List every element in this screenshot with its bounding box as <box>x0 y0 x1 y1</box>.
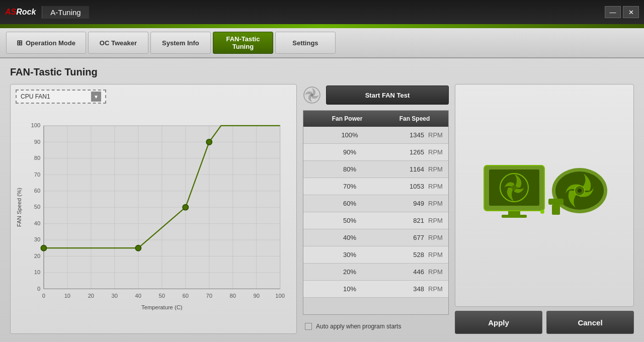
table-body: 100% 1345 RPM 90% 1265 RPM 80% 1164 RPM … <box>303 127 448 298</box>
tab-fan-tastic-tuning[interactable]: FAN-TasticTuning <box>213 32 273 54</box>
col-header-power: Fan Power <box>303 115 381 122</box>
cell-rpm: 949 <box>396 200 426 207</box>
fan-selector: CPU FAN1 ▼ <box>16 90 291 104</box>
cell-power: 20% <box>303 268 396 276</box>
cell-rpm: 446 <box>396 268 426 276</box>
close-button[interactable]: ✕ <box>623 6 639 18</box>
cell-rpm: 1053 <box>396 183 426 190</box>
start-fan-test-button[interactable]: Start FAN Test <box>326 86 449 105</box>
cell-power: 90% <box>303 148 396 156</box>
cell-power: 40% <box>303 234 396 241</box>
cell-unit: RPM <box>426 183 448 190</box>
svg-text:10: 10 <box>34 269 40 275</box>
table-row: 40% 677 RPM <box>303 229 448 246</box>
content-area: CPU FAN1 ▼ <box>10 84 634 334</box>
table-row: 70% 1053 RPM <box>303 178 448 195</box>
svg-point-64 <box>578 189 582 193</box>
table-header: Fan Power Fan Speed <box>303 111 448 127</box>
cell-rpm: 528 <box>396 251 426 259</box>
svg-text:70: 70 <box>206 293 212 299</box>
svg-text:0: 0 <box>42 293 45 299</box>
svg-text:20: 20 <box>34 253 40 259</box>
svg-rect-65 <box>548 199 564 205</box>
svg-text:90: 90 <box>253 293 259 299</box>
svg-point-47 <box>41 245 46 251</box>
cell-power: 50% <box>303 217 396 224</box>
cell-rpm: 1345 <box>396 131 426 139</box>
svg-text:FAN Speed (%): FAN Speed (%) <box>16 188 22 227</box>
fan-dropdown[interactable]: CPU FAN1 ▼ <box>16 90 106 104</box>
action-buttons: Apply Cancel <box>455 311 634 334</box>
col-header-speed: Fan Speed <box>381 115 448 122</box>
auto-apply-label: Auto apply when program starts <box>316 323 401 330</box>
svg-text:60: 60 <box>34 188 40 194</box>
svg-rect-66 <box>552 205 560 215</box>
tab-oc-tweaker[interactable]: OC Tweaker <box>88 32 148 54</box>
cancel-button[interactable]: Cancel <box>546 311 634 334</box>
title-left: ASRock A-Tuning <box>5 6 89 19</box>
illustration-svg <box>474 155 615 236</box>
cell-rpm: 821 <box>396 217 426 224</box>
table-row: 90% 1265 RPM <box>303 144 448 161</box>
svg-text:90: 90 <box>34 139 40 145</box>
cell-unit: RPM <box>426 268 448 276</box>
app-title: A-Tuning <box>42 6 89 19</box>
auto-apply-checkbox[interactable] <box>305 323 312 330</box>
chart-panel: CPU FAN1 ▼ <box>10 84 297 334</box>
table-row: 60% 949 RPM <box>303 195 448 212</box>
svg-text:70: 70 <box>34 172 40 178</box>
cell-unit: RPM <box>426 234 448 241</box>
fan-speed-table: Fan Power Fan Speed 100% 1345 RPM 90% 12… <box>303 110 449 315</box>
cell-power: 100% <box>303 131 396 139</box>
table-row: 30% 528 RPM <box>303 246 448 264</box>
cell-power: 70% <box>303 183 396 190</box>
fan-spin-icon <box>303 86 321 104</box>
title-bar: ASRock A-Tuning — ✕ <box>0 0 644 24</box>
cell-unit: RPM <box>426 165 448 173</box>
table-row: 10% 348 RPM <box>303 281 448 298</box>
asrock-logo: ASRock <box>5 8 36 17</box>
svg-point-52 <box>310 94 313 97</box>
svg-text:30: 30 <box>112 293 118 299</box>
cell-rpm: 1164 <box>396 165 426 173</box>
illustration-panel <box>455 84 634 307</box>
table-row: 80% 1164 RPM <box>303 161 448 178</box>
nav-bar: ⊞ Operation Mode OC Tweaker System Info … <box>0 28 644 58</box>
minimize-button[interactable]: — <box>605 6 621 18</box>
fan-test-bar: Start FAN Test <box>303 84 449 106</box>
cell-unit: RPM <box>426 131 448 139</box>
cell-rpm: 348 <box>396 285 426 293</box>
svg-text:20: 20 <box>88 293 94 299</box>
cell-power: 80% <box>303 165 396 173</box>
page-title: FAN-Tastic Tuning <box>10 66 634 78</box>
svg-point-48 <box>135 245 141 251</box>
cell-unit: RPM <box>426 217 448 224</box>
cell-power: 30% <box>303 251 396 259</box>
svg-text:80: 80 <box>229 293 235 299</box>
svg-text:100: 100 <box>31 122 41 128</box>
grid-icon: ⊞ <box>17 39 23 47</box>
cell-unit: RPM <box>426 251 448 259</box>
chart-container: 0 10 20 30 40 50 60 70 80 90 100 0 10 20… <box>16 109 291 328</box>
fan-chart-svg: 0 10 20 30 40 50 60 70 80 90 100 0 10 20… <box>16 109 291 328</box>
table-row: 20% 446 RPM <box>303 264 448 281</box>
tab-operation-mode[interactable]: ⊞ Operation Mode <box>6 32 86 54</box>
svg-text:50: 50 <box>34 204 40 210</box>
svg-text:30: 30 <box>34 236 40 242</box>
middle-panel: Start FAN Test Fan Power Fan Speed 100% … <box>303 84 449 334</box>
apply-button[interactable]: Apply <box>455 311 542 334</box>
title-buttons: — ✕ <box>605 6 639 18</box>
svg-rect-58 <box>502 215 527 218</box>
main-content: FAN-Tastic Tuning CPU FAN1 ▼ <box>0 58 644 342</box>
cell-rpm: 677 <box>396 234 426 241</box>
table-row: 50% 821 RPM <box>303 212 448 229</box>
svg-text:60: 60 <box>183 293 189 299</box>
svg-text:0: 0 <box>37 286 40 292</box>
auto-apply-row: Auto apply when program starts <box>303 319 449 334</box>
svg-text:10: 10 <box>64 293 70 299</box>
cell-rpm: 1265 <box>396 148 426 156</box>
tab-settings[interactable]: Settings <box>275 32 336 54</box>
tab-system-info[interactable]: System Info <box>150 32 211 54</box>
svg-text:100: 100 <box>275 293 285 299</box>
svg-text:Temperature (C): Temperature (C) <box>141 304 183 310</box>
